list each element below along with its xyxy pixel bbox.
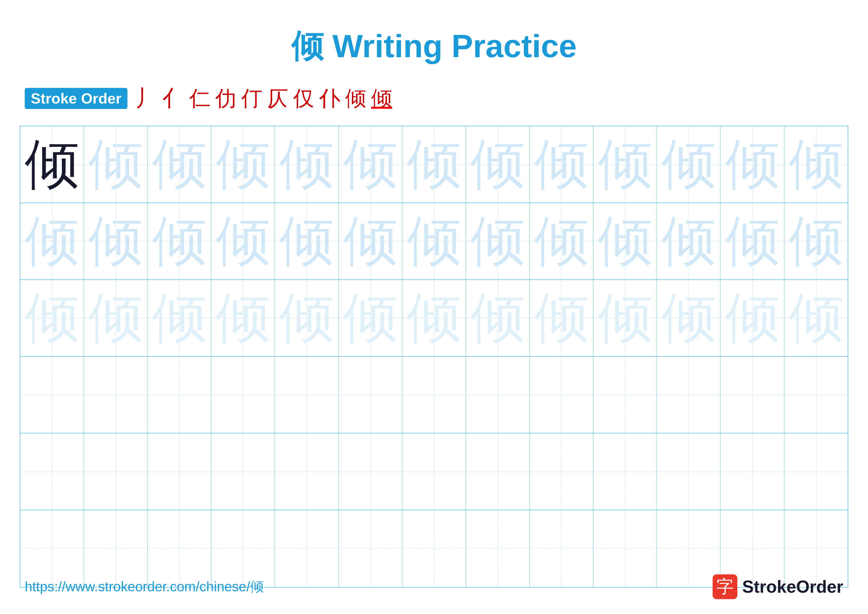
grid-cell-r4-c5[interactable] — [275, 357, 338, 433]
practice-grid: 倾 倾 倾 倾 倾 倾 倾 倾 倾 倾 倾 倾 — [20, 126, 848, 588]
stroke-2: 亻 — [162, 83, 184, 113]
grid-cell-r2-c9: 倾 — [530, 203, 594, 280]
stroke-3: 仁 — [189, 84, 210, 113]
grid-cell-r4-c3[interactable] — [148, 357, 211, 433]
grid-cell-r3-c13: 倾 — [784, 280, 848, 356]
char-lighter: 倾 — [789, 281, 843, 355]
grid-cell-r4-c12[interactable] — [721, 357, 784, 433]
grid-cell-r4-c2[interactable] — [84, 357, 147, 433]
char-light: 倾 — [598, 205, 652, 278]
char-light: 倾 — [534, 205, 589, 278]
grid-cell-r1-c13: 倾 — [784, 126, 848, 203]
grid-cell-r1-c7: 倾 — [402, 126, 466, 203]
grid-cell-r4-c11[interactable] — [657, 357, 721, 433]
char-light: 倾 — [470, 205, 525, 278]
grid-cell-r3-c12: 倾 — [721, 280, 784, 356]
grid-cell-r4-c4[interactable] — [211, 357, 275, 433]
grid-cell-r4-c7[interactable] — [402, 357, 466, 433]
grid-cell-r1-c4: 倾 — [211, 126, 275, 203]
grid-cell-r2-c6: 倾 — [339, 203, 402, 280]
char-light: 倾 — [661, 205, 716, 278]
grid-cell-r2-c8: 倾 — [466, 203, 530, 280]
char-light: 倾 — [789, 205, 843, 278]
grid-cell-r2-c1: 倾 — [20, 203, 84, 280]
logo-text: StrokeOrder — [742, 577, 843, 597]
grid-cell-r3-c8: 倾 — [466, 280, 530, 356]
grid-cell-r3-c6: 倾 — [339, 280, 402, 356]
stroke-6: 仄 — [267, 84, 288, 113]
grid-cell-r4-c9[interactable] — [530, 357, 594, 433]
stroke-4: 仂 — [215, 84, 236, 113]
grid-cell-r5-c12[interactable] — [721, 434, 784, 510]
grid-cell-r5-c11[interactable] — [657, 434, 721, 510]
char-lighter: 倾 — [598, 281, 652, 355]
grid-cell-r5-c9[interactable] — [530, 434, 594, 510]
stroke-1: 丿 — [135, 83, 157, 113]
grid-row-1: 倾 倾 倾 倾 倾 倾 倾 倾 倾 倾 倾 倾 — [20, 126, 848, 203]
grid-cell-r3-c4: 倾 — [211, 280, 275, 356]
grid-row-4 — [20, 357, 848, 434]
grid-cell-r5-c5[interactable] — [275, 434, 338, 510]
grid-cell-r5-c1[interactable] — [20, 434, 84, 510]
stroke-7: 仅 — [293, 84, 314, 113]
char-lighter: 倾 — [279, 281, 334, 355]
grid-cell-r5-c13[interactable] — [784, 434, 848, 510]
char-light: 倾 — [152, 205, 207, 278]
char-light: 倾 — [216, 128, 270, 201]
char-lighter: 倾 — [88, 281, 143, 355]
char-lighter: 倾 — [725, 281, 780, 355]
grid-row-3: 倾 倾 倾 倾 倾 倾 倾 倾 倾 倾 倾 倾 — [20, 280, 848, 357]
char-light: 倾 — [152, 128, 207, 201]
char-light: 倾 — [407, 205, 461, 278]
char-light: 倾 — [534, 128, 589, 201]
grid-cell-r1-c8: 倾 — [466, 126, 530, 203]
grid-cell-r3-c1: 倾 — [20, 280, 84, 356]
char-light: 倾 — [343, 128, 398, 201]
grid-cell-r2-c2: 倾 — [84, 203, 147, 280]
char-lighter: 倾 — [534, 281, 589, 355]
footer-logo: 字 StrokeOrder — [713, 574, 843, 599]
char-lighter: 倾 — [25, 281, 79, 355]
char-light: 倾 — [25, 205, 79, 278]
grid-cell-r2-c10: 倾 — [594, 203, 657, 280]
char-light: 倾 — [343, 205, 398, 278]
grid-cell-r3-c5: 倾 — [275, 280, 338, 356]
char-lighter: 倾 — [407, 281, 461, 355]
grid-cell-r4-c13[interactable] — [784, 357, 848, 433]
grid-cell-r4-c10[interactable] — [594, 357, 657, 433]
grid-cell-r2-c4: 倾 — [211, 203, 275, 280]
grid-cell-r5-c2[interactable] — [84, 434, 147, 510]
char-light: 倾 — [88, 128, 143, 201]
grid-cell-r2-c11: 倾 — [657, 203, 721, 280]
char-light: 倾 — [279, 205, 334, 278]
char-light: 倾 — [661, 128, 716, 201]
grid-cell-r5-c3[interactable] — [148, 434, 211, 510]
grid-cell-r1-c6: 倾 — [339, 126, 402, 203]
grid-cell-r2-c13: 倾 — [784, 203, 848, 280]
grid-cell-r5-c8[interactable] — [466, 434, 530, 510]
grid-cell-r3-c11: 倾 — [657, 280, 721, 356]
char-light: 倾 — [725, 205, 780, 278]
grid-cell-r1-c10: 倾 — [594, 126, 657, 203]
char-light: 倾 — [407, 128, 461, 201]
grid-cell-r4-c1[interactable] — [20, 357, 84, 433]
stroke-sequence: 丿 亻 仁 仂 仃 仄 仅 仆 倾 倾 — [135, 83, 392, 113]
char-light: 倾 — [789, 128, 843, 201]
grid-cell-r2-c7: 倾 — [402, 203, 466, 280]
char-lighter: 倾 — [661, 281, 716, 355]
grid-cell-r4-c6[interactable] — [339, 357, 402, 433]
footer: https://www.strokeorder.com/chinese/倾 字 … — [0, 574, 868, 599]
footer-url[interactable]: https://www.strokeorder.com/chinese/倾 — [25, 578, 264, 596]
grid-cell-r1-c2: 倾 — [84, 126, 147, 203]
grid-cell-r5-c7[interactable] — [402, 434, 466, 510]
stroke-9: 倾 — [345, 84, 366, 113]
char-lighter: 倾 — [343, 281, 398, 355]
grid-cell-r3-c10: 倾 — [594, 280, 657, 356]
grid-row-5 — [20, 434, 848, 510]
grid-cell-r5-c4[interactable] — [211, 434, 275, 510]
grid-cell-r4-c8[interactable] — [466, 357, 530, 433]
char-light: 倾 — [88, 205, 143, 278]
stroke-order-badge: Stroke Order — [25, 88, 127, 109]
grid-cell-r5-c10[interactable] — [594, 434, 657, 510]
grid-cell-r5-c6[interactable] — [339, 434, 402, 510]
